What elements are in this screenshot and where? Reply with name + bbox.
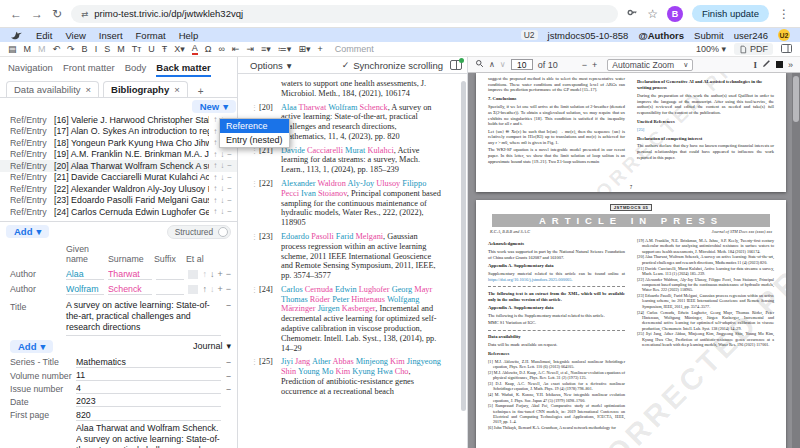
remove-icon[interactable]: − — [227, 207, 232, 216]
undo-icon[interactable]: ↶ — [53, 45, 61, 54]
preview-scrollbar[interactable] — [461, 81, 466, 411]
site-info-icon[interactable]: ⇄ — [81, 9, 88, 19]
redo-icon[interactable]: ↷ — [67, 45, 75, 54]
back-icon[interactable]: ← — [10, 8, 22, 20]
remove-icon[interactable]: − — [227, 161, 232, 170]
add-icon[interactable]: + — [217, 269, 222, 279]
drag-handle-icon[interactable]: ⋮ — [251, 232, 259, 281]
move-down-icon[interactable]: ↓ — [220, 150, 224, 159]
menu-format[interactable]: Format — [136, 30, 166, 41]
add-author-button[interactable]: Add▾ — [6, 225, 49, 238]
menu-view[interactable]: View — [65, 30, 85, 41]
comment-button[interactable]: Comment — [335, 44, 374, 54]
ref-entry-row[interactable]: Ref/Entry[18] Yongeun Park Kyung Hwa Cho… — [0, 137, 237, 149]
page-setup-icon[interactable]: ▤ — [8, 45, 17, 54]
finish-update-button[interactable]: Finish update — [692, 5, 769, 22]
draw-shape-icon[interactable] — [776, 61, 783, 68]
close-icon[interactable]: × — [86, 84, 92, 95]
ref-entry-row[interactable]: Ref/Entry[19] A.M. Franklin N.E. Brinkma… — [0, 149, 237, 161]
section-tab-data-availability[interactable]: Data availability× — [6, 81, 99, 97]
given-name-field[interactable]: Wolfram — [66, 284, 104, 295]
move-up-icon[interactable]: ↑ — [213, 161, 217, 170]
surname-field[interactable]: Schenck — [108, 284, 152, 295]
bib-entry[interactable]: ⋮[24]Carlos Cernuda Edwin Lughofer Georg… — [251, 285, 443, 353]
move-up-icon[interactable]: ↑ — [213, 196, 217, 205]
match-style-icon[interactable]: M — [117, 45, 125, 54]
prev-page-icon[interactable]: ∧ — [489, 60, 495, 69]
field-value[interactable]: 4 — [76, 383, 221, 394]
move-up-icon[interactable]: ↑ — [202, 269, 207, 279]
annotate-pen-icon[interactable] — [762, 59, 771, 70]
reference-text-continuation[interactable]: waters to support one health assessments… — [281, 79, 443, 99]
ref-entry-row[interactable]: Ref/Entry[20] Alaa Tharwat Wolfram Schen… — [0, 160, 237, 172]
ref-entry-row[interactable]: Ref/Entry[23] Edoardo Pasolli Farid Melg… — [0, 195, 237, 207]
page-number-input[interactable] — [511, 59, 533, 70]
add-icon[interactable]: + — [217, 284, 222, 294]
pdf-zoom-select[interactable]: Automatic Zoom∨ — [607, 59, 693, 71]
menu-edit[interactable]: Edit — [36, 30, 52, 41]
user-avatar[interactable]: U2 — [778, 29, 790, 41]
add-field-button[interactable]: Add▾ — [10, 340, 53, 353]
suffix-field[interactable] — [156, 284, 184, 295]
title-field[interactable]: A survey on active learning: State-of-th… — [66, 300, 221, 336]
zoom-in-icon[interactable]: + — [592, 60, 597, 70]
move-down-icon[interactable]: ↓ — [220, 196, 224, 205]
structured-toggle[interactable]: Structured — [167, 225, 231, 239]
move-up-icon[interactable]: ↑ — [213, 150, 217, 159]
align-icon[interactable]: ≡▾ — [261, 45, 271, 54]
move-down-icon[interactable]: ↓ — [210, 284, 215, 294]
remove-icon[interactable]: − — [221, 371, 231, 381]
tab-front-matter[interactable]: Front matter — [63, 62, 115, 77]
move-down-icon[interactable]: ↓ — [210, 269, 215, 279]
zoom-out-icon[interactable]: − — [582, 60, 587, 70]
menu-help[interactable]: Help — [179, 30, 199, 41]
pdf-scrollbar-thumb[interactable] — [793, 76, 799, 122]
move-up-icon[interactable]: ↑ — [213, 173, 217, 182]
field-value[interactable]: 2023 — [76, 396, 221, 407]
entry-type-select[interactable]: Journal▾ — [193, 341, 231, 351]
bib-entry[interactable]: ⋮[23]Edoardo Pasolli Farid Melgani, Gaus… — [251, 232, 443, 281]
drag-handle-icon[interactable]: ⋮ — [251, 146, 259, 175]
text-color-icon[interactable]: A — [192, 44, 198, 55]
ref-entry-row[interactable]: Ref/Entry[24] Carlos Cernuda Edwin Lugho… — [0, 206, 237, 218]
ref-entry-row[interactable]: Ref/Entry[21] Davide Cacciarelli Murat K… — [0, 172, 237, 184]
address-bar[interactable]: ⇄ primo-test.trivic.io/dp/jwtwkleh32vqj — [71, 5, 618, 23]
case-icon[interactable]: Tᴛ — [132, 45, 142, 54]
new-menu-item-entry-nested-[interactable]: Entry (nested) — [220, 133, 289, 147]
remove-icon[interactable]: − — [226, 269, 231, 279]
ref-entry-row[interactable]: Ref/Entry[16] Valerie J. Harwood Christo… — [0, 114, 237, 126]
field-value[interactable]: Alaa Tharwat and Wolfram Schenck. A surv… — [76, 422, 221, 448]
remove-icon[interactable]: − — [221, 384, 231, 394]
new-menu-item-reference[interactable]: Reference — [220, 119, 289, 133]
pdf-citation-link[interactable]: [25] — [637, 127, 774, 133]
drag-handle-icon[interactable]: ⋮ — [251, 179, 259, 228]
bib-entry[interactable]: ⋮[22]Alexander Waldron Aly-Joy Ulusoy Fi… — [251, 179, 443, 228]
bib-entry[interactable]: ⋮[21]Davide Cacciarelli Murat Kulahci, A… — [251, 146, 443, 175]
browser-profile-avatar[interactable]: B — [667, 6, 683, 22]
add-tab-button[interactable]: + — [192, 86, 210, 97]
password-key-icon[interactable] — [627, 7, 638, 20]
field-value[interactable]: 820 — [76, 410, 221, 421]
reload-icon[interactable]: ↻ — [52, 8, 62, 20]
remove-icon[interactable]: − — [227, 173, 232, 182]
field-value[interactable]: 11 — [76, 370, 221, 381]
etal-checkbox[interactable] — [188, 270, 198, 279]
move-up-icon[interactable]: ↑ — [213, 207, 217, 216]
new-button[interactable]: New▾ — [192, 100, 236, 113]
remove-icon[interactable]: − — [227, 196, 232, 205]
menu-insert[interactable]: Insert — [99, 30, 123, 41]
more-tools-icon[interactable]: » — [788, 60, 793, 70]
text-select-icon[interactable]: I — [753, 60, 757, 70]
remove-icon[interactable]: − — [221, 357, 231, 367]
pdf-search-icon[interactable] — [475, 59, 484, 70]
sync-checkbox[interactable]: ✓ — [342, 60, 350, 70]
remove-icon[interactable]: − — [227, 184, 232, 193]
zoom-select[interactable]: 100% ▾ — [696, 44, 726, 54]
insert-icon[interactable]: + — [317, 45, 322, 54]
bookmark-star-icon[interactable]: ☆ — [647, 8, 658, 20]
underline-icon[interactable]: U — [148, 45, 155, 54]
given-name-field[interactable]: Alaa — [66, 269, 104, 280]
bookmark-alt-icon[interactable]: M — [38, 45, 46, 54]
compare-view-icon[interactable] — [450, 60, 462, 70]
authors-menu[interactable]: @Authors — [638, 30, 684, 41]
